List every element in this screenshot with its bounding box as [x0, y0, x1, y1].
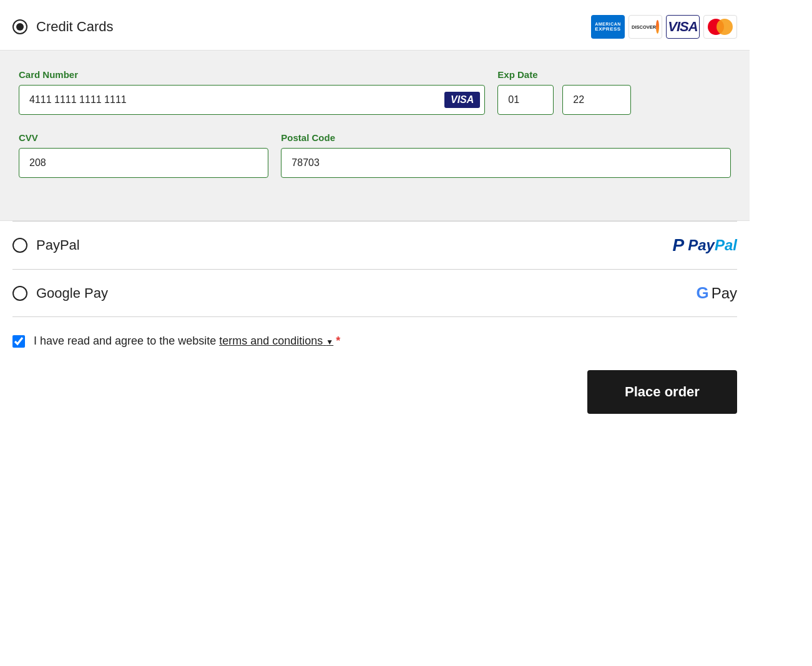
visa-logo-text: VISA — [668, 19, 697, 35]
card-number-row: Card Number VISA Exp Date — [19, 69, 731, 115]
credit-card-form: Card Number VISA Exp Date CVV Postal Cod… — [0, 50, 750, 221]
postal-code-label: Postal Code — [281, 132, 731, 143]
postal-code-input[interactable] — [281, 148, 731, 178]
terms-asterisk: * — [336, 335, 340, 347]
place-order-button[interactable]: Place order — [587, 370, 737, 414]
cvv-postal-row: CVV Postal Code — [19, 132, 731, 178]
paypal-logo: P PayPal — [673, 235, 737, 255]
amex-logo: AMERICAN EXPRESS — [591, 15, 625, 39]
discover-circle — [656, 20, 659, 34]
paypal-pay-text: Pay — [688, 237, 715, 254]
gpay-pay-text: Pay — [712, 285, 737, 302]
card-number-label: Card Number — [19, 69, 485, 80]
google-pay-radio[interactable] — [12, 286, 27, 301]
discover-text: DISCOVER — [632, 24, 656, 30]
terms-text: I have read and agree to the website ter… — [34, 335, 340, 348]
google-pay-left: Google Pay — [12, 285, 108, 301]
google-pay-option[interactable]: Google Pay G Pay — [0, 270, 750, 316]
mc-orange-circle — [717, 19, 733, 35]
exp-date-label: Exp Date — [497, 69, 731, 80]
paypal-radio[interactable] — [12, 238, 27, 253]
terms-arrow-icon: ▼ — [326, 338, 333, 346]
google-g-icon: G — [696, 283, 708, 303]
postal-code-group: Postal Code — [281, 132, 731, 178]
paypal-text: PayPal — [688, 237, 737, 254]
amex-express-text: EXPRESS — [595, 27, 620, 32]
exp-month-input[interactable] — [497, 85, 554, 115]
credit-cards-radio[interactable] — [12, 19, 27, 34]
cvv-group: CVV — [19, 132, 268, 178]
card-number-input[interactable] — [19, 85, 485, 115]
card-logos: AMERICAN EXPRESS DISCOVER VISA — [591, 15, 737, 39]
mastercard-logo — [703, 15, 737, 39]
terms-link-text: terms and conditions — [219, 335, 323, 347]
terms-checkbox[interactable] — [12, 335, 25, 348]
google-pay-label: Google Pay — [36, 285, 108, 301]
exp-date-inputs — [497, 85, 731, 115]
paypal-label: PayPal — [36, 237, 80, 253]
paypal-pal-text: Pal — [715, 237, 737, 254]
discover-logo: DISCOVER — [629, 15, 662, 39]
terms-link[interactable]: terms and conditions ▼ — [219, 335, 333, 347]
exp-year-input[interactable] — [562, 85, 631, 115]
terms-prefix: I have read and agree to the website — [34, 335, 219, 347]
credit-cards-section: Credit Cards AMERICAN EXPRESS DISCOVER V… — [0, 0, 750, 50]
card-number-wrapper: VISA — [19, 85, 485, 115]
amex-american-text: AMERICAN — [595, 22, 621, 26]
credit-cards-label: Credit Cards — [36, 19, 113, 35]
cvv-label: CVV — [19, 132, 268, 143]
card-number-group: Card Number VISA — [19, 69, 485, 115]
google-pay-logo: G Pay — [696, 283, 737, 303]
exp-date-group: Exp Date — [497, 69, 731, 115]
visa-badge: VISA — [444, 92, 480, 108]
credit-cards-option[interactable]: Credit Cards — [12, 19, 113, 35]
paypal-p-icon: P — [673, 235, 685, 255]
visa-card-logo: VISA — [666, 15, 700, 39]
cvv-input[interactable] — [19, 148, 268, 178]
terms-row: I have read and agree to the website ter… — [0, 317, 750, 360]
place-order-row: Place order — [0, 360, 750, 433]
paypal-option[interactable]: PayPal P PayPal — [0, 222, 750, 269]
paypal-left: PayPal — [12, 237, 80, 253]
